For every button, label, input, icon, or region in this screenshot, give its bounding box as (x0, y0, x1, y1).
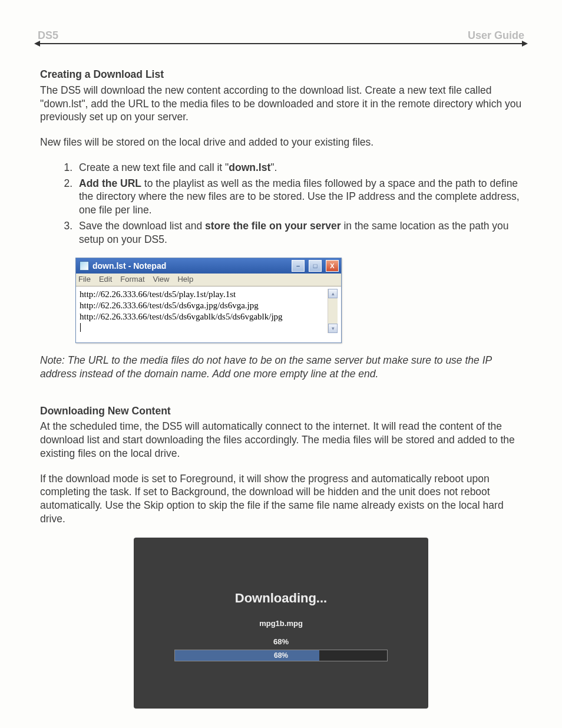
menu-format[interactable]: Format (120, 275, 144, 285)
download-title: Downloading... (235, 590, 327, 607)
text-cursor (80, 323, 81, 332)
header-left: DS5 (38, 29, 58, 42)
instruction-list: Create a new text file and call it "down… (40, 161, 522, 246)
close-button[interactable]: X (326, 260, 339, 272)
download-progress-screen: Downloading... mpg1b.mpg 68% 68% (134, 538, 428, 709)
text-line: http://62.26.333.66/test/ds5/play.1st/pl… (80, 289, 328, 300)
list-item: Add the URL to the playlist as well as t… (75, 177, 522, 217)
list-item: Create a new text file and call it "down… (75, 161, 522, 174)
section-title-downloading: Downloading New Content (40, 404, 522, 418)
bold-text: Add the URL (79, 177, 141, 189)
content-body: Creating a Download List The DS5 will do… (35, 68, 527, 728)
notepad-text-area[interactable]: http://62.26.333.66/test/ds5/play.1st/pl… (80, 289, 328, 333)
minimize-button[interactable]: – (292, 260, 305, 272)
section-title-creating: Creating a Download List (40, 68, 522, 81)
document-page: DS5 User Guide Creating a Download List … (0, 0, 562, 728)
window-title: down.lst - Notepad (92, 261, 166, 271)
paragraph: New files will be stored on the local dr… (40, 136, 522, 149)
download-filename: mpg1b.mpg (259, 619, 303, 629)
progress-bar-label: 68% (175, 650, 387, 661)
maximize-button[interactable]: □ (309, 260, 322, 272)
paragraph: The DS5 will download the new content ac… (40, 84, 522, 124)
notepad-window: down.lst - Notepad – □ X File Edit Forma… (75, 258, 342, 343)
text-line: http://62.26.333.66/test/ds5/ds6vgablk/d… (80, 311, 328, 322)
text: ". (270, 162, 277, 173)
menu-edit[interactable]: Edit (99, 275, 112, 285)
scrollbar[interactable]: ▴ ▾ (328, 289, 338, 333)
header-divider (35, 43, 527, 44)
scroll-down-icon[interactable]: ▾ (328, 324, 338, 333)
list-item: Save the download list and store the fil… (75, 219, 522, 246)
page-header: DS5 User Guide (35, 29, 527, 43)
text: Create a new text file and call it " (79, 162, 229, 173)
notepad-icon (80, 261, 89, 271)
text: to the playlist as well as the media fil… (79, 177, 520, 216)
notepad-titlebar[interactable]: down.lst - Notepad – □ X (76, 258, 341, 274)
paragraph: If the download mode is set to Foregroun… (40, 472, 522, 526)
download-percent: 68% (273, 637, 289, 647)
paragraph: At the scheduled time, the DS5 will auto… (40, 420, 522, 460)
notepad-body[interactable]: http://62.26.333.66/test/ds5/play.1st/pl… (76, 286, 341, 342)
text-line: http://62.26.333.66/test/ds5/ds6vga.jpg/… (80, 300, 328, 311)
menu-view[interactable]: View (153, 275, 170, 285)
text: Save the download list and (79, 220, 205, 232)
menu-file[interactable]: File (78, 275, 91, 285)
menu-help[interactable]: Help (177, 275, 193, 285)
note-paragraph: Note: The URL to the media files do not … (40, 354, 522, 381)
scroll-up-icon[interactable]: ▴ (328, 289, 338, 298)
progress-bar: 68% (174, 650, 388, 661)
notepad-menubar: File Edit Format View Help (76, 274, 341, 286)
bold-text: store the file on your server (205, 220, 341, 232)
header-right: User Guide (468, 29, 524, 42)
bold-text: down.lst (229, 162, 270, 173)
